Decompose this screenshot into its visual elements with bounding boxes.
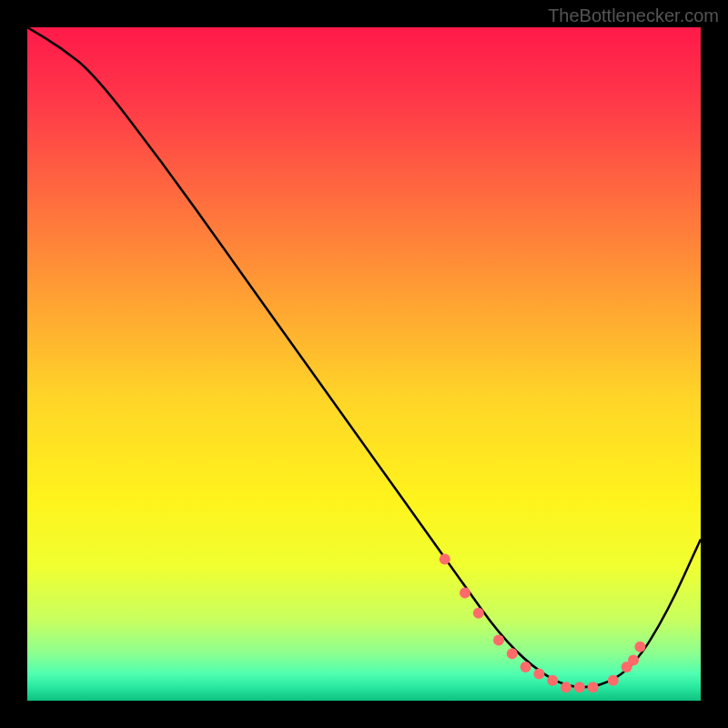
- chart-svg: [27, 27, 701, 701]
- marker-point: [440, 554, 450, 565]
- marker-point: [634, 642, 645, 652]
- marker-point: [608, 675, 619, 686]
- watermark-text: TheBottlenecker.com: [548, 5, 719, 26]
- marker-point: [507, 648, 518, 659]
- chart-background: [27, 27, 701, 701]
- marker-point: [574, 682, 585, 693]
- marker-point: [561, 682, 571, 693]
- marker-point: [473, 608, 484, 619]
- marker-point: [493, 634, 504, 645]
- marker-point: [547, 675, 558, 686]
- marker-point: [521, 662, 531, 672]
- marker-point: [588, 682, 599, 693]
- chart-plot-area: [27, 27, 701, 701]
- marker-point: [533, 668, 544, 679]
- marker-point: [628, 655, 639, 666]
- marker-point: [460, 588, 470, 599]
